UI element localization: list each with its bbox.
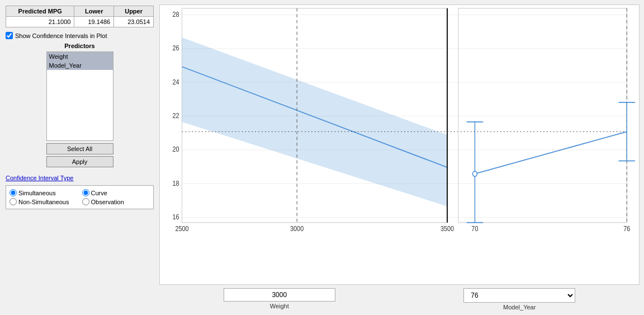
prediction-table: Predicted MPG Lower Upper 21.1000 19.148… (6, 6, 154, 27)
col-upper: Upper (114, 6, 154, 17)
radio-curve-label: Curve (91, 190, 107, 196)
val-lower: 19.1486 (74, 17, 114, 27)
predictor-model-year[interactable]: Model_Year (47, 61, 113, 70)
model-year-select[interactable]: 76 70 71 72 73 74 75 77 78 79 80 81 82 (463, 288, 575, 303)
model-year-input-section: 76 70 71 72 73 74 75 77 78 79 80 81 82 M… (400, 288, 640, 311)
predictors-section: Predictors Weight Model_Year Select All … (6, 43, 154, 167)
point-70 (472, 171, 477, 176)
chart-svg: 28 26 24 22 20 18 16 2500 30 (160, 5, 639, 284)
weight-input-section: Weight (159, 288, 400, 309)
apply-button[interactable]: Apply (46, 156, 113, 167)
col-lower: Lower (74, 6, 114, 17)
weight-input-label: Weight (270, 303, 289, 309)
radio-non-simultaneous-label: Non-Simultaneous (18, 199, 69, 205)
svg-text:3500: 3500 (441, 224, 454, 233)
radio-simultaneous-row: Simultaneous (10, 189, 78, 196)
radio-observation-row: Observation (82, 198, 150, 205)
svg-text:2500: 2500 (175, 224, 189, 233)
chart-area: 28 26 24 22 20 18 16 2500 30 (159, 4, 640, 285)
col-predicted-mpg: Predicted MPG (6, 6, 74, 17)
show-ci-label: Show Confidence Intervals in Plot (15, 32, 107, 39)
ci-section: Confidence Interval Type Simultaneous Cu… (6, 174, 154, 209)
radio-simultaneous-label: Simultaneous (18, 190, 56, 196)
radio-observation[interactable] (82, 198, 89, 205)
ci-options-box: Simultaneous Curve Non-Simultaneous Obse… (6, 185, 154, 209)
predictor-weight[interactable]: Weight (47, 52, 113, 61)
val-upper: 23.0514 (114, 17, 154, 27)
show-ci-checkbox[interactable] (6, 32, 13, 39)
svg-text:76: 76 (623, 224, 630, 233)
ci-type-link[interactable]: Confidence Interval Type (6, 175, 73, 181)
radio-non-simultaneous-row: Non-Simultaneous (10, 198, 78, 205)
svg-text:26: 26 (173, 44, 179, 52)
predictors-label: Predictors (64, 43, 94, 49)
radio-non-simultaneous[interactable] (10, 198, 17, 205)
svg-text:28: 28 (173, 10, 179, 18)
left-panel: Predicted MPG Lower Upper 21.1000 19.148… (0, 0, 159, 315)
weight-input[interactable] (224, 288, 335, 302)
right-panel: 28 26 24 22 20 18 16 2500 30 (159, 0, 644, 315)
select-all-button[interactable]: Select All (46, 143, 113, 154)
val-predicted: 21.1000 (6, 17, 74, 27)
svg-text:16: 16 (173, 213, 179, 221)
svg-text:70: 70 (471, 224, 478, 233)
svg-text:3000: 3000 (290, 224, 304, 233)
radio-observation-label: Observation (91, 199, 124, 205)
radio-curve[interactable] (82, 189, 89, 196)
svg-text:24: 24 (173, 78, 179, 86)
svg-text:20: 20 (173, 145, 179, 153)
radio-simultaneous[interactable] (10, 189, 17, 196)
model-year-input-label: Model_Year (503, 304, 536, 311)
svg-text:18: 18 (173, 179, 179, 187)
predictors-list[interactable]: Weight Model_Year (46, 51, 113, 141)
svg-text:22: 22 (173, 111, 179, 120)
input-row: Weight 76 70 71 72 73 74 75 77 78 79 80 … (159, 288, 640, 311)
radio-curve-row: Curve (82, 189, 150, 196)
show-ci-checkbox-row: Show Confidence Intervals in Plot (6, 32, 154, 39)
buttons-row: Select All Apply (46, 143, 113, 167)
